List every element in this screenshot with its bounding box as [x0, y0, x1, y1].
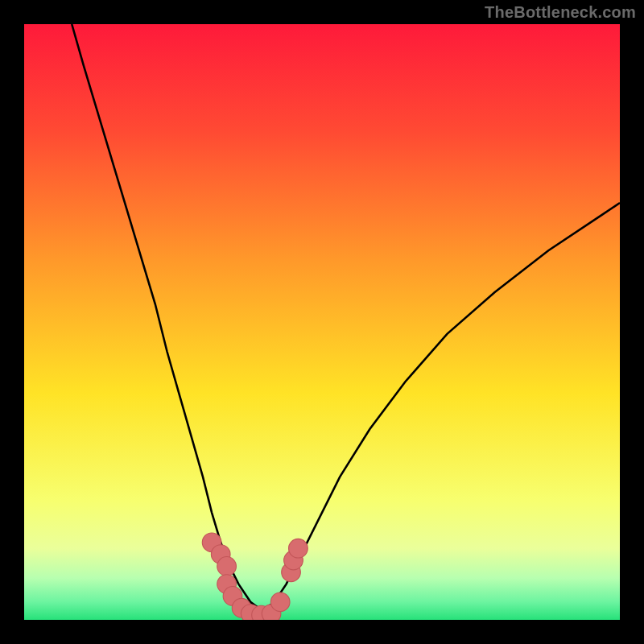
curve-right-branch — [262, 203, 620, 611]
watermark-text: TheBottleneck.com — [485, 3, 636, 22]
marker-dot — [289, 539, 308, 558]
plot-area — [24, 24, 620, 620]
chart-frame: TheBottleneck.com — [0, 0, 644, 644]
chart-overlay — [24, 24, 620, 620]
marker-dot — [270, 592, 290, 612]
curve-left-branch — [72, 24, 262, 611]
bottom-markers — [202, 533, 308, 620]
marker-dot — [217, 557, 237, 576]
